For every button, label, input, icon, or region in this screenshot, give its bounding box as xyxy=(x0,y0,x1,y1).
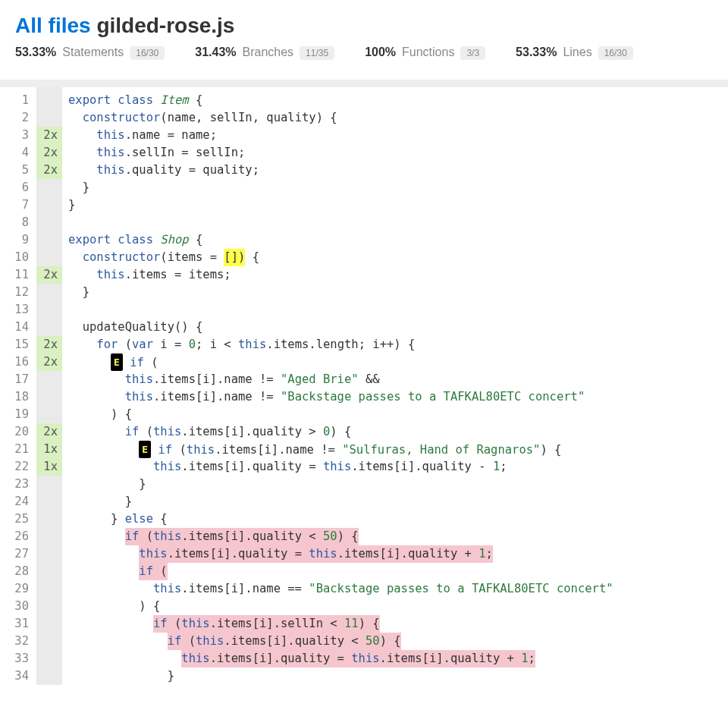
hit-count xyxy=(36,615,62,633)
code-line: } else { xyxy=(68,510,728,528)
header: All files gilded-rose.js 53.33% Statemen… xyxy=(0,0,728,69)
stat-frac: 16/30 xyxy=(130,46,165,60)
code-line: if (this.items[i].sellIn < 11) { xyxy=(68,615,728,633)
code-line: this.items[i].quality = this.items[i].qu… xyxy=(68,458,728,476)
line-number: 29 xyxy=(11,580,29,598)
code-line: if ( xyxy=(68,563,728,580)
hit-count xyxy=(36,179,62,196)
breadcrumb: All files gilded-rose.js xyxy=(15,14,713,38)
hit-count: 2x xyxy=(36,336,62,353)
hit-count xyxy=(36,196,62,214)
line-number: 31 xyxy=(11,615,29,633)
line-number: 20 xyxy=(11,423,29,441)
line-number: 13 xyxy=(11,301,29,319)
stat-frac: 11/35 xyxy=(300,46,334,60)
code-line: ) { xyxy=(68,598,728,615)
stat-functions: 100% Functions 3/3 xyxy=(365,46,485,60)
source-code-column: export class Item { constructor(name, se… xyxy=(62,87,728,685)
hit-count: 2x xyxy=(36,423,62,441)
line-numbers-column: 1234567891011121314151617181920212223242… xyxy=(0,87,36,685)
stat-label: Lines xyxy=(563,46,592,59)
stat-label: Branches xyxy=(243,46,294,59)
line-number: 12 xyxy=(11,284,29,301)
hit-count xyxy=(36,667,62,685)
coverage-stats: 53.33% Statements 16/30 31.43% Branches … xyxy=(15,46,713,60)
line-number: 30 xyxy=(11,598,29,615)
code-line: if (this.items[i].quality < 50) { xyxy=(68,633,728,650)
hit-count: 2x xyxy=(36,127,62,144)
hit-count xyxy=(36,563,62,580)
hit-count xyxy=(36,493,62,510)
code-line: } xyxy=(68,667,728,685)
stat-statements: 53.33% Statements 16/30 xyxy=(15,46,165,60)
hit-count xyxy=(36,598,62,615)
stat-frac: 16/30 xyxy=(598,46,633,60)
code-line: } xyxy=(68,179,728,196)
line-number: 18 xyxy=(11,388,29,406)
code-line: constructor(name, sellIn, quality) { xyxy=(68,109,728,127)
line-number: 28 xyxy=(11,563,29,580)
divider xyxy=(0,80,728,87)
line-number: 26 xyxy=(11,528,29,545)
line-number: 34 xyxy=(11,667,29,685)
stat-branches: 31.43% Branches 11/35 xyxy=(195,46,334,60)
code-line: constructor(items = []) { xyxy=(68,249,728,266)
hit-count xyxy=(36,109,62,127)
code-line: this.items[i].name == "Backstage passes … xyxy=(68,580,728,598)
code-line: this.items = items; xyxy=(68,266,728,284)
line-number: 9 xyxy=(11,231,29,249)
line-number: 22 xyxy=(11,458,29,476)
line-number: 33 xyxy=(11,650,29,667)
code-line: } xyxy=(68,476,728,493)
line-number: 24 xyxy=(11,493,29,510)
code-line: export class Shop { xyxy=(68,231,728,249)
hit-count xyxy=(36,633,62,650)
breadcrumb-root-link[interactable]: All files xyxy=(15,14,91,37)
line-number: 25 xyxy=(11,510,29,528)
code-line: export class Item { xyxy=(68,92,728,109)
hit-count: 2x xyxy=(36,162,62,179)
line-number: 19 xyxy=(11,406,29,423)
line-number: 2 xyxy=(11,109,29,127)
code-line: E if (this.items[i].name != "Sulfuras, H… xyxy=(68,441,728,458)
branch-else-badge: E xyxy=(139,441,151,458)
line-number: 16 xyxy=(11,353,29,371)
hit-count xyxy=(36,406,62,423)
code-line: for (var i = 0; i < this.items.length; i… xyxy=(68,336,728,353)
hit-count xyxy=(36,650,62,667)
code-line: E if ( xyxy=(68,353,728,371)
code-line: this.items[i].quality = this.items[i].qu… xyxy=(68,545,728,563)
line-number: 5 xyxy=(11,162,29,179)
code-line: this.name = name; xyxy=(68,127,728,144)
code-line: this.quality = quality; xyxy=(68,162,728,179)
hit-count xyxy=(36,92,62,109)
hit-count xyxy=(36,284,62,301)
line-number: 1 xyxy=(11,92,29,109)
hit-count-column: 2x2x2x2x2x2x2x1x1x xyxy=(36,87,62,685)
stat-pct: 53.33% xyxy=(516,46,557,59)
hit-count xyxy=(36,371,62,388)
line-number: 10 xyxy=(11,249,29,266)
stat-pct: 31.43% xyxy=(195,46,236,59)
hit-count xyxy=(36,528,62,545)
line-number: 17 xyxy=(11,371,29,388)
line-number: 21 xyxy=(11,441,29,458)
hit-count xyxy=(36,545,62,563)
code-line: ) { xyxy=(68,406,728,423)
hit-count: 2x xyxy=(36,144,62,162)
stat-label: Statements xyxy=(62,46,124,59)
stat-pct: 53.33% xyxy=(15,46,56,59)
line-number: 8 xyxy=(11,214,29,231)
stat-lines: 53.33% Lines 16/30 xyxy=(516,46,633,60)
hit-count xyxy=(36,319,62,336)
line-number: 14 xyxy=(11,319,29,336)
line-number: 15 xyxy=(11,336,29,353)
code-line: this.items[i].name != "Aged Brie" && xyxy=(68,371,728,388)
stat-label: Functions xyxy=(402,46,454,59)
code-line: this.sellIn = sellIn; xyxy=(68,144,728,162)
code-line: this.items[i].quality = this.items[i].qu… xyxy=(68,650,728,667)
code-line xyxy=(68,301,728,319)
code-line: updateQuality() { xyxy=(68,319,728,336)
branch-else-badge: E xyxy=(111,353,123,371)
hit-count xyxy=(36,231,62,249)
